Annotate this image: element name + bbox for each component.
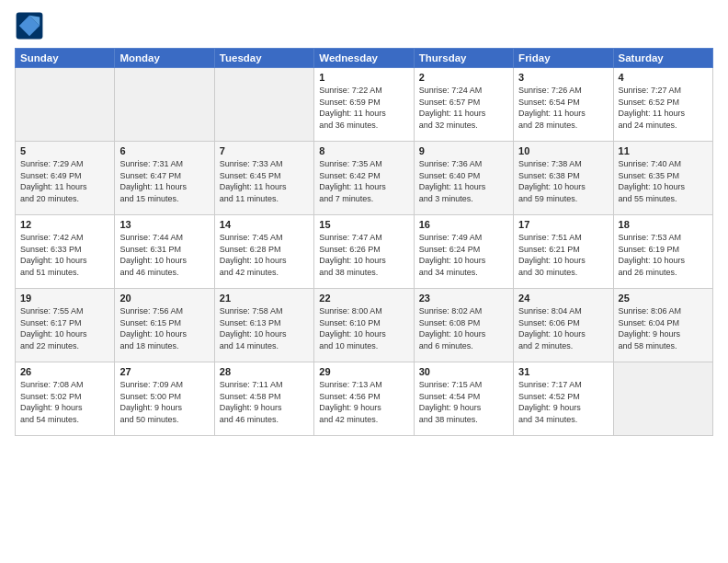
day-cell: 29Sunrise: 7:13 AMSunset: 4:56 PMDayligh… <box>314 362 414 436</box>
day-info: Sunrise: 7:38 AMSunset: 6:38 PMDaylight:… <box>518 158 608 204</box>
day-cell: 7Sunrise: 7:33 AMSunset: 6:45 PMDaylight… <box>214 142 313 215</box>
day-number: 22 <box>319 293 408 304</box>
day-number: 9 <box>419 145 508 156</box>
day-cell <box>613 362 712 436</box>
day-info: Sunrise: 7:33 AMSunset: 6:45 PMDaylight:… <box>220 158 309 204</box>
day-info: Sunrise: 7:13 AMSunset: 4:56 PMDaylight:… <box>319 379 408 425</box>
day-cell: 9Sunrise: 7:36 AMSunset: 6:40 PMDaylight… <box>414 142 513 215</box>
day-number: 8 <box>319 145 408 156</box>
day-cell: 5Sunrise: 7:29 AMSunset: 6:49 PMDaylight… <box>16 142 115 215</box>
header-row: SundayMondayTuesdayWednesdayThursdayFrid… <box>16 49 713 68</box>
day-info: Sunrise: 8:02 AMSunset: 6:08 PMDaylight:… <box>419 305 508 351</box>
week-row-3: 12Sunrise: 7:42 AMSunset: 6:33 PMDayligh… <box>16 215 713 289</box>
day-cell: 26Sunrise: 7:08 AMSunset: 5:02 PMDayligh… <box>16 362 115 436</box>
day-cell: 6Sunrise: 7:31 AMSunset: 6:47 PMDaylight… <box>115 142 214 215</box>
day-cell: 15Sunrise: 7:47 AMSunset: 6:26 PMDayligh… <box>314 215 414 289</box>
day-cell: 18Sunrise: 7:53 AMSunset: 6:19 PMDayligh… <box>613 215 712 289</box>
day-cell: 21Sunrise: 7:58 AMSunset: 6:13 PMDayligh… <box>214 289 313 362</box>
day-number: 24 <box>518 293 608 304</box>
day-number: 7 <box>220 145 309 156</box>
day-cell: 31Sunrise: 7:17 AMSunset: 4:52 PMDayligh… <box>514 362 613 436</box>
week-row-2: 5Sunrise: 7:29 AMSunset: 6:49 PMDaylight… <box>16 142 713 215</box>
day-number: 15 <box>319 219 408 230</box>
day-cell: 27Sunrise: 7:09 AMSunset: 5:00 PMDayligh… <box>115 362 214 436</box>
day-number: 28 <box>220 366 309 377</box>
day-info: Sunrise: 7:26 AMSunset: 6:54 PMDaylight:… <box>518 85 608 131</box>
day-info: Sunrise: 7:15 AMSunset: 4:54 PMDaylight:… <box>419 379 508 425</box>
day-number: 25 <box>619 293 708 304</box>
col-header-saturday: Saturday <box>613 49 712 68</box>
day-info: Sunrise: 7:44 AMSunset: 6:31 PMDaylight:… <box>119 232 209 278</box>
week-row-4: 19Sunrise: 7:55 AMSunset: 6:17 PMDayligh… <box>16 289 713 362</box>
day-cell: 30Sunrise: 7:15 AMSunset: 4:54 PMDayligh… <box>414 362 513 436</box>
day-cell: 3Sunrise: 7:26 AMSunset: 6:54 PMDaylight… <box>514 68 613 142</box>
col-header-monday: Monday <box>115 49 214 68</box>
day-number: 5 <box>20 145 109 156</box>
day-cell <box>214 68 313 142</box>
day-cell: 8Sunrise: 7:35 AMSunset: 6:42 PMDaylight… <box>314 142 414 215</box>
day-number: 11 <box>619 145 708 156</box>
calendar: SundayMondayTuesdayWednesdayThursdayFrid… <box>15 48 713 436</box>
day-info: Sunrise: 8:06 AMSunset: 6:04 PMDaylight:… <box>619 305 708 351</box>
day-number: 21 <box>220 293 309 304</box>
col-header-friday: Friday <box>514 49 613 68</box>
logo <box>15 11 48 40</box>
day-info: Sunrise: 8:04 AMSunset: 6:06 PMDaylight:… <box>518 305 608 351</box>
day-number: 10 <box>518 145 608 156</box>
day-number: 14 <box>220 219 309 230</box>
day-cell: 22Sunrise: 8:00 AMSunset: 6:10 PMDayligh… <box>314 289 414 362</box>
day-info: Sunrise: 7:51 AMSunset: 6:21 PMDaylight:… <box>518 232 608 278</box>
day-number: 29 <box>319 366 408 377</box>
logo-icon <box>15 11 44 40</box>
day-number: 30 <box>419 366 508 377</box>
day-info: Sunrise: 7:49 AMSunset: 6:24 PMDaylight:… <box>419 232 508 278</box>
day-number: 1 <box>319 72 408 83</box>
day-cell: 12Sunrise: 7:42 AMSunset: 6:33 PMDayligh… <box>16 215 115 289</box>
day-cell: 14Sunrise: 7:45 AMSunset: 6:28 PMDayligh… <box>214 215 313 289</box>
day-cell: 16Sunrise: 7:49 AMSunset: 6:24 PMDayligh… <box>414 215 513 289</box>
day-info: Sunrise: 7:55 AMSunset: 6:17 PMDaylight:… <box>20 305 109 351</box>
day-cell: 25Sunrise: 8:06 AMSunset: 6:04 PMDayligh… <box>613 289 712 362</box>
page: SundayMondayTuesdayWednesdayThursdayFrid… <box>0 0 728 563</box>
day-info: Sunrise: 8:00 AMSunset: 6:10 PMDaylight:… <box>319 305 408 351</box>
day-info: Sunrise: 7:27 AMSunset: 6:52 PMDaylight:… <box>619 85 708 131</box>
day-info: Sunrise: 7:47 AMSunset: 6:26 PMDaylight:… <box>319 232 408 278</box>
day-cell: 13Sunrise: 7:44 AMSunset: 6:31 PMDayligh… <box>115 215 214 289</box>
day-info: Sunrise: 7:17 AMSunset: 4:52 PMDaylight:… <box>518 379 608 425</box>
day-info: Sunrise: 7:09 AMSunset: 5:00 PMDaylight:… <box>119 379 209 425</box>
col-header-sunday: Sunday <box>16 49 115 68</box>
day-cell: 28Sunrise: 7:11 AMSunset: 4:58 PMDayligh… <box>214 362 313 436</box>
day-info: Sunrise: 7:11 AMSunset: 4:58 PMDaylight:… <box>220 379 309 425</box>
day-info: Sunrise: 7:56 AMSunset: 6:15 PMDaylight:… <box>119 305 209 351</box>
col-header-thursday: Thursday <box>414 49 513 68</box>
day-cell: 19Sunrise: 7:55 AMSunset: 6:17 PMDayligh… <box>16 289 115 362</box>
header <box>15 11 713 40</box>
day-number: 12 <box>20 219 109 230</box>
day-number: 3 <box>518 72 608 83</box>
day-number: 2 <box>419 72 508 83</box>
day-number: 18 <box>619 219 708 230</box>
day-number: 27 <box>119 366 209 377</box>
week-row-1: 1Sunrise: 7:22 AMSunset: 6:59 PMDaylight… <box>16 68 713 142</box>
day-cell: 10Sunrise: 7:38 AMSunset: 6:38 PMDayligh… <box>514 142 613 215</box>
day-number: 17 <box>518 219 608 230</box>
day-cell: 24Sunrise: 8:04 AMSunset: 6:06 PMDayligh… <box>514 289 613 362</box>
day-number: 16 <box>419 219 508 230</box>
day-info: Sunrise: 7:31 AMSunset: 6:47 PMDaylight:… <box>119 158 209 204</box>
day-number: 4 <box>619 72 708 83</box>
day-info: Sunrise: 7:08 AMSunset: 5:02 PMDaylight:… <box>20 379 109 425</box>
day-number: 6 <box>119 145 209 156</box>
day-info: Sunrise: 7:53 AMSunset: 6:19 PMDaylight:… <box>619 232 708 278</box>
day-info: Sunrise: 7:58 AMSunset: 6:13 PMDaylight:… <box>220 305 309 351</box>
day-cell <box>115 68 214 142</box>
day-number: 23 <box>419 293 508 304</box>
day-info: Sunrise: 7:22 AMSunset: 6:59 PMDaylight:… <box>319 85 408 131</box>
day-cell: 11Sunrise: 7:40 AMSunset: 6:35 PMDayligh… <box>613 142 712 215</box>
day-cell <box>16 68 115 142</box>
day-number: 26 <box>20 366 109 377</box>
week-row-5: 26Sunrise: 7:08 AMSunset: 5:02 PMDayligh… <box>16 362 713 436</box>
day-info: Sunrise: 7:35 AMSunset: 6:42 PMDaylight:… <box>319 158 408 204</box>
day-info: Sunrise: 7:42 AMSunset: 6:33 PMDaylight:… <box>20 232 109 278</box>
day-number: 19 <box>20 293 109 304</box>
day-info: Sunrise: 7:40 AMSunset: 6:35 PMDaylight:… <box>619 158 708 204</box>
